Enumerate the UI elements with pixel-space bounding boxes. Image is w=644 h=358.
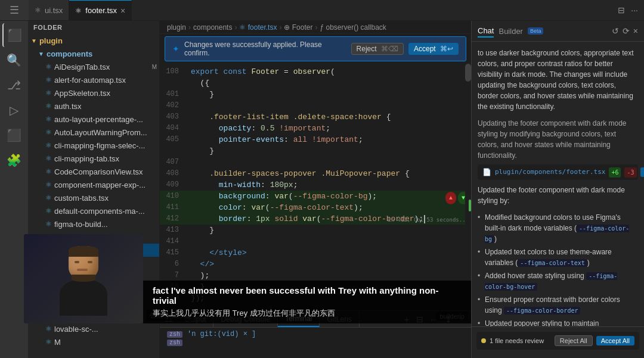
- accept-label: Accept: [414, 45, 436, 53]
- sidebar-header: Folder: [29, 21, 159, 34]
- file-codeview[interactable]: ⚛ CodeComparisonView.tsx: [29, 165, 159, 178]
- chevron-icon: ▼: [38, 51, 44, 57]
- cursor-info: Ln 412, Col 53 seconds...: [388, 214, 469, 226]
- bullet-text-end: ): [494, 235, 497, 243]
- line-num: 401: [160, 89, 188, 100]
- accept-shortcut: ⌘↩: [440, 45, 453, 53]
- file-autolayout-warn[interactable]: ⚛ AutoLayoutWarningProm...: [29, 126, 159, 139]
- reject-button[interactable]: Reject ⌘⌫: [351, 43, 404, 55]
- menu-icon[interactable]: ☰: [10, 4, 19, 17]
- tab-ui-tsx[interactable]: ⚛ ui.tsx: [29, 0, 69, 20]
- folder-label: plugin: [39, 36, 63, 45]
- code-line-404: 404 opacity: 0.5 !important;: [160, 123, 471, 134]
- chat-tab[interactable]: Chat: [478, 25, 494, 38]
- file-label: cli-mapping-tab.tsx: [54, 154, 119, 163]
- tsx-icon: ⚛: [45, 102, 52, 110]
- file-icon-ui: ⚛: [35, 6, 41, 14]
- reject-all-button[interactable]: Reject All: [555, 335, 593, 346]
- code-editor[interactable]: 108 export const Footer = observer( ({ 4…: [160, 64, 471, 310]
- shell-icon2: zsh: [167, 340, 182, 346]
- file-aidesigntab[interactable]: ⚛ AiDesignTab.tsx M: [29, 60, 159, 73]
- refresh-icon[interactable]: ↺: [612, 26, 619, 36]
- code-line-414: 414: [160, 236, 471, 247]
- tab-footer-tsx[interactable]: ⚛ footer.tsx ×: [69, 0, 132, 20]
- update-header: Updated the footer component with dark m…: [478, 185, 638, 206]
- file-component-mapper[interactable]: ⚛ component-mapper-exp-...: [29, 178, 159, 191]
- file-figma-to-build[interactable]: ⚛ figma-to-build...: [29, 217, 159, 231]
- review-bar: 1 file needs review Reject All Accept Al…: [476, 332, 639, 350]
- scrollbar-thumb[interactable]: [465, 64, 471, 82]
- file-auth[interactable]: ⚛ auth.tsx: [29, 99, 159, 113]
- file-label: component-mapper-exp-...: [54, 180, 145, 189]
- bullet-text: Added hover state styling using: [485, 272, 584, 280]
- code-line-401: 401 }: [160, 89, 471, 100]
- extensions-icon[interactable]: ⬛: [2, 123, 26, 147]
- bullet-item-5: Updated popover styling to maintain cons…: [478, 318, 638, 326]
- file-lovable[interactable]: ⚛ lovable-sc-...: [29, 322, 159, 335]
- person-body: [60, 280, 107, 316]
- code-line-411: 411 color: var(--figma-color-text);: [160, 202, 471, 213]
- folder-plugin[interactable]: ▼ plugin: [29, 34, 159, 47]
- accept-all-button[interactable]: Accept All: [596, 336, 634, 345]
- file-m[interactable]: ⚛ M: [29, 335, 159, 348]
- chat-header: Chat Builder Beta ↺ ⟳ ×: [472, 21, 644, 42]
- file-label: custom-tabs.tsx: [54, 194, 109, 203]
- file-autolayout-pct[interactable]: ⚛ auto-layout-percentage-...: [29, 113, 159, 126]
- history-icon[interactable]: ⟳: [623, 26, 630, 36]
- line-content: ({: [188, 77, 471, 89]
- file-climapping-tab[interactable]: ⚛ cli-mapping-tab.tsx: [29, 152, 159, 165]
- terminal-line-2: zsh: [167, 340, 464, 346]
- file-appskeleton[interactable]: ⚛ AppSkeleton.tsx: [29, 86, 159, 99]
- explorer-icon[interactable]: ⬛: [2, 23, 26, 47]
- line-content: min-width: 180px;: [188, 179, 471, 191]
- search-icon[interactable]: 🔍: [2, 48, 26, 72]
- folder-label: components: [47, 49, 92, 58]
- builder-tab[interactable]: Builder: [499, 26, 522, 37]
- chat-footer: 1 file needs review Reject All Accept Al…: [472, 326, 644, 358]
- terminal-content[interactable]: zsh 'n git:(vid) × ] zsh: [160, 328, 471, 358]
- line-num: 407: [160, 157, 188, 168]
- remove-indicator: ▲: [445, 192, 456, 204]
- review-button[interactable]: Review: [640, 167, 644, 177]
- line-content: }: [188, 89, 471, 100]
- file-ref-icon: 📄: [482, 167, 491, 178]
- person-silhouette: [60, 246, 107, 312]
- scrollbar-track[interactable]: [465, 64, 471, 310]
- code-line-405: 405 pointer-events: all !important;: [160, 134, 471, 145]
- close-tab-icon[interactable]: ×: [120, 6, 125, 15]
- line-num: 403: [160, 111, 188, 123]
- folder-components[interactable]: ▼ components: [29, 47, 159, 60]
- file-default-components[interactable]: ⚛ default-components-ma-...: [29, 204, 159, 217]
- file-icon-footer: ⚛: [75, 7, 82, 15]
- line-num: 7: [160, 270, 188, 281]
- file-custom-tabs[interactable]: ⚛ custom-tabs.tsx: [29, 191, 159, 204]
- code-line-415: 415 </style>: [160, 247, 471, 259]
- code-line-413: 413 }: [160, 225, 471, 236]
- accept-button[interactable]: Accept ⌘↩: [408, 43, 459, 55]
- shell-icon: zsh: [167, 331, 182, 338]
- close-chat-icon[interactable]: ×: [633, 26, 638, 36]
- more-actions-icon[interactable]: ···: [630, 4, 639, 16]
- line-num: 108: [160, 66, 188, 77]
- file-alert[interactable]: ⚛ alert-for-automap.tsx: [29, 73, 159, 86]
- git-icon[interactable]: ⎇: [2, 73, 26, 97]
- file-reference[interactable]: 📄 plugin/components/footer.tsx +6 -3 Rev…: [478, 164, 638, 180]
- tsx-icon: ⚛: [45, 338, 52, 346]
- diff-remove-badge: -3: [624, 167, 636, 178]
- code-line-open: ({: [160, 77, 471, 89]
- breadcrumb-sep3: ›: [279, 23, 281, 32]
- tsx-icon: ⚛: [45, 194, 52, 202]
- tsx-icon: ⚛: [45, 154, 52, 163]
- debug-icon[interactable]: ▷: [2, 98, 26, 122]
- review-text: 1 file needs review: [490, 337, 551, 344]
- file-label: alert-for-automap.tsx: [54, 76, 126, 85]
- file-label: AiDesignTab.tsx: [54, 63, 110, 71]
- file-climapping-figma[interactable]: ⚛ cli-mapping-figma-selec-...: [29, 139, 159, 152]
- bullet-item-3: Added hover state styling using --figma-…: [478, 270, 638, 292]
- plugin-icon[interactable]: 🧩: [2, 148, 26, 172]
- split-editor-icon[interactable]: ⊟: [617, 4, 626, 16]
- sidebar-title: Folder: [33, 24, 63, 31]
- line-num: 411: [160, 202, 188, 213]
- bullet-item-1: Modified background colors to use Figma'…: [478, 212, 638, 244]
- notification-bar: ✦ Changes were successfully applied. Ple…: [165, 36, 466, 61]
